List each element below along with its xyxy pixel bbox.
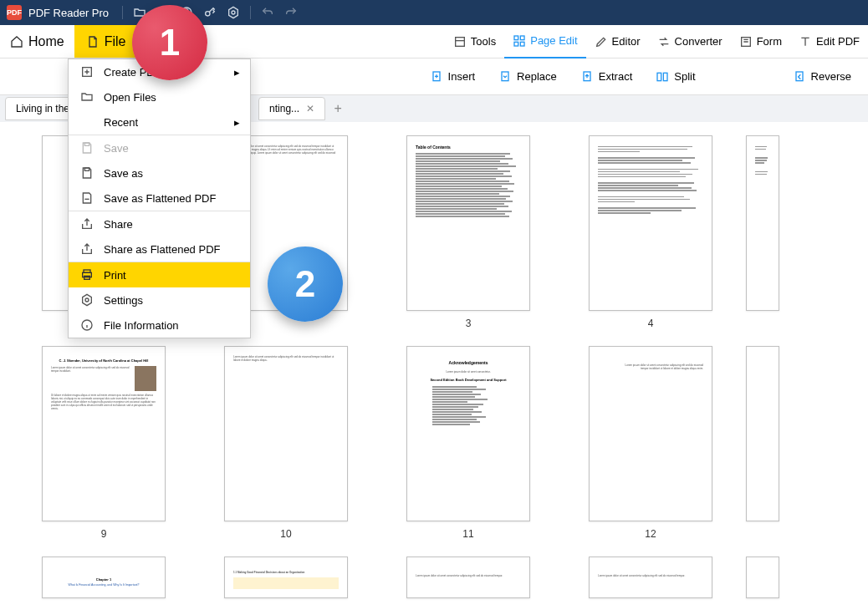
svg-point-5 <box>206 12 210 16</box>
page-thumbnail[interactable]: 1.1 Making Good Financial Decisions abou… <box>224 557 348 598</box>
page-thumbnail[interactable]: Chapter 1What Is Financial Accounting, a… <box>42 557 166 598</box>
undo-icon[interactable] <box>259 4 276 21</box>
plus-file-icon <box>80 65 94 79</box>
extract-icon <box>580 70 594 84</box>
svg-rect-12 <box>521 42 525 46</box>
add-tab-button[interactable]: + <box>328 99 348 119</box>
replace-icon <box>498 70 512 84</box>
svg-rect-25 <box>84 276 90 279</box>
menu-save-flattened[interactable]: Save as Flattened PDF <box>69 186 250 211</box>
page-thumbnail[interactable]: Lorem ipsum dolor sit amet consectetur a… <box>406 557 530 598</box>
folder-icon <box>80 90 94 104</box>
pencil-icon <box>595 35 608 48</box>
insert-button[interactable]: Insert <box>430 70 476 84</box>
main-toolbar: Home File Tools Page Edit Editor Convert… <box>0 25 868 58</box>
printer-icon <box>80 268 94 282</box>
save-flat-icon <box>80 191 94 205</box>
file-button[interactable]: File <box>74 25 138 58</box>
home-button[interactable]: Home <box>0 25 74 58</box>
svg-marker-6 <box>229 7 238 18</box>
converter-button[interactable]: Converter <box>649 25 731 58</box>
page-thumbnail[interactable]: 4 <box>589 135 712 329</box>
page-thumbnail[interactable]: Table of Contents 3 <box>406 135 530 329</box>
page-thumbnail[interactable]: Lorem ipsum dolor sit amet consectetur a… <box>224 346 348 540</box>
svg-rect-21 <box>84 143 89 145</box>
convert-icon <box>657 35 671 48</box>
split-icon <box>656 70 669 84</box>
save-icon <box>80 141 94 155</box>
edit-pdf-button[interactable]: Edit PDF <box>790 25 868 58</box>
svg-point-7 <box>232 11 235 14</box>
page-edit-button[interactable]: Page Edit <box>504 25 585 58</box>
svg-rect-10 <box>521 36 525 40</box>
page-thumbnail[interactable]: AcknowledgementsLorem ipsum dolor sit am… <box>406 346 530 540</box>
callout-2: 2 <box>268 247 343 322</box>
app-icon: PDF <box>7 5 22 20</box>
menu-save-as[interactable]: Save as <box>69 160 250 186</box>
text-icon <box>799 35 812 48</box>
home-label: Home <box>28 34 64 49</box>
menu-print[interactable]: Print <box>69 262 250 287</box>
redo-icon[interactable] <box>283 4 299 21</box>
editor-button[interactable]: Editor <box>586 25 649 58</box>
home-icon <box>10 35 23 48</box>
settings-icon[interactable] <box>225 4 242 21</box>
split-button[interactable]: Split <box>656 70 695 84</box>
share-icon <box>80 217 94 231</box>
file-menu: Create PDF▸ Open Files Recent▸ Save Save… <box>68 58 251 338</box>
chevron-right-icon: ▸ <box>234 66 240 79</box>
form-button[interactable]: Form <box>731 25 790 58</box>
page-thumbnail[interactable] <box>746 135 779 329</box>
grid-icon <box>513 34 526 48</box>
menu-open-files[interactable]: Open Files <box>69 84 250 109</box>
svg-rect-9 <box>514 36 518 40</box>
menu-recent[interactable]: Recent▸ <box>69 109 250 135</box>
extract-button[interactable]: Extract <box>580 70 632 84</box>
page-thumbnail[interactable]: C. J. Skender, University of North Carol… <box>42 346 166 540</box>
close-icon[interactable]: ✕ <box>306 103 314 114</box>
chevron-right-icon: ▸ <box>234 116 240 129</box>
tools-button[interactable]: Tools <box>445 25 504 58</box>
svg-rect-15 <box>502 72 508 81</box>
file-label: File <box>105 34 126 49</box>
replace-button[interactable]: Replace <box>498 70 557 84</box>
svg-rect-22 <box>84 168 89 170</box>
file-icon <box>86 35 100 48</box>
info-icon <box>80 318 94 332</box>
gear-icon <box>80 293 94 307</box>
title-bar: PDF PDF Reader Pro <box>0 0 868 25</box>
page-thumbnail[interactable]: Lorem ipsum dolor sit amet consectetur a… <box>589 346 712 540</box>
svg-marker-26 <box>83 294 92 305</box>
menu-save[interactable]: Save <box>69 135 250 160</box>
reverse-icon <box>793 70 806 84</box>
menu-file-info[interactable]: File Information <box>69 313 250 338</box>
menu-share-flattened[interactable]: Share as Flattened PDF <box>69 236 250 262</box>
menu-settings[interactable]: Settings <box>69 287 250 313</box>
insert-icon <box>430 70 443 84</box>
svg-rect-18 <box>664 73 668 80</box>
page-thumbnail[interactable] <box>746 557 779 598</box>
svg-rect-17 <box>657 73 661 80</box>
app-title: PDF Reader Pro <box>28 7 109 19</box>
svg-rect-8 <box>456 37 465 46</box>
page-thumbnail[interactable] <box>746 346 779 540</box>
svg-rect-11 <box>514 42 518 46</box>
tools-icon <box>453 35 467 48</box>
form-icon <box>739 35 753 48</box>
menu-share[interactable]: Share <box>69 211 250 236</box>
svg-point-27 <box>85 298 89 302</box>
key-icon[interactable] <box>202 4 218 21</box>
document-tab[interactable]: nting...✕ <box>258 97 325 120</box>
callout-1: 1 <box>132 5 207 80</box>
save-as-icon <box>80 166 94 180</box>
page-thumbnail[interactable]: Lorem ipsum dolor sit amet consectetur a… <box>589 557 712 598</box>
reverse-button[interactable]: Reverse <box>793 70 851 84</box>
share-flat-icon <box>80 242 94 256</box>
